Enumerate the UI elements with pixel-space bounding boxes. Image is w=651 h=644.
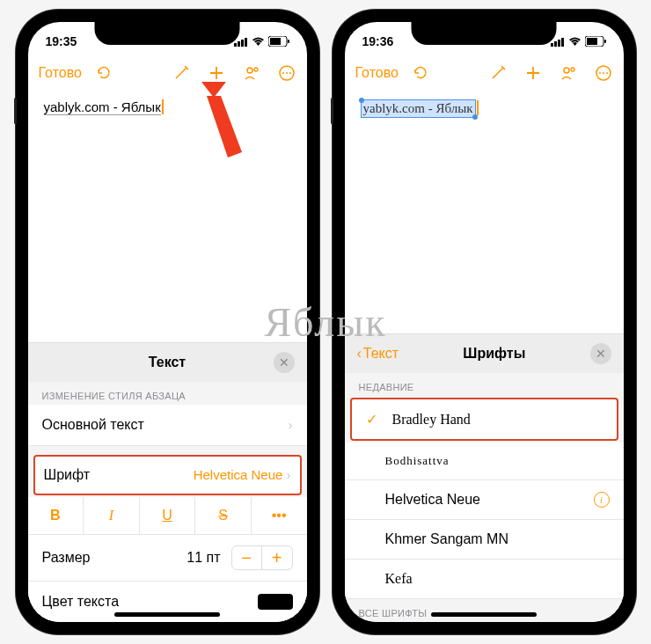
svg-point-11 <box>286 72 288 74</box>
plus-icon[interactable] <box>523 63 543 83</box>
font-name: Bradley Hand <box>392 412 471 428</box>
text-cursor <box>477 100 479 115</box>
battery-icon <box>585 36 606 47</box>
brush-icon[interactable] <box>488 63 508 83</box>
size-row: Размер 11 пт − + <box>28 535 307 582</box>
svg-point-8 <box>254 68 258 71</box>
chevron-right-icon: › <box>289 418 293 432</box>
note-text-selected[interactable]: yablyk.com - Яблык <box>361 99 476 118</box>
toolbar: Готово <box>28 54 307 92</box>
status-time: 19:35 <box>46 34 77 48</box>
font-item[interactable]: Bodhisattva <box>345 443 624 480</box>
selection-handle-left[interactable] <box>359 98 364 103</box>
bold-button[interactable]: B <box>28 497 84 534</box>
phone-right: 19:36 Готово <box>333 10 636 634</box>
svg-point-25 <box>599 72 601 74</box>
battery-icon <box>268 36 289 47</box>
color-swatch <box>258 594 293 610</box>
svg-rect-18 <box>561 38 564 47</box>
font-item-bradley-hand[interactable]: ✓ Bradley Hand <box>350 398 618 441</box>
checkmark-icon: ✓ <box>366 411 384 428</box>
size-stepper[interactable]: − + <box>231 545 293 570</box>
paragraph-style-value: Основной текст <box>42 417 144 433</box>
toolbar: Готово <box>345 54 624 92</box>
font-name: Kefa <box>385 571 413 587</box>
section-label: ИЗМЕНЕНИЕ СТИЛЯ АБЗАЦА <box>28 382 307 405</box>
panel-title: Шрифты <box>399 346 589 362</box>
fonts-panel: ‹Текст Шрифты ✕ НЕДАВНИЕ ✓ Bradley Hand <box>345 333 624 622</box>
home-indicator <box>114 612 220 617</box>
font-item-helvetica[interactable]: Helvetica Neue i <box>345 480 624 520</box>
svg-point-12 <box>289 72 291 74</box>
stepper-plus[interactable]: + <box>262 546 292 569</box>
home-indicator <box>431 612 537 617</box>
chevron-right-icon: › <box>287 468 291 482</box>
text-cursor <box>162 99 164 114</box>
phone-left: 19:35 Готово <box>16 10 319 634</box>
back-button[interactable]: ‹Текст <box>357 346 399 362</box>
wifi-icon <box>568 37 582 47</box>
panel-title: Текст <box>62 355 274 370</box>
text-panel: Текст ✕ ИЗМЕНЕНИЕ СТИЛЯ АБЗАЦА Основной … <box>28 342 307 622</box>
status-time: 19:36 <box>362 34 394 48</box>
svg-point-23 <box>571 68 574 71</box>
svg-point-26 <box>603 72 604 74</box>
svg-rect-3 <box>245 38 247 47</box>
strikethrough-button[interactable]: S <box>195 497 252 534</box>
paragraph-style-row[interactable]: Основной текст › <box>28 405 307 446</box>
svg-rect-17 <box>558 40 560 47</box>
font-value: Helvetica Neue <box>194 467 283 482</box>
notch <box>95 22 240 45</box>
svg-point-7 <box>247 68 252 73</box>
svg-rect-20 <box>587 38 597 45</box>
size-label: Размер <box>42 550 91 566</box>
font-item[interactable]: Khmer Sangam MN <box>345 520 624 560</box>
italic-button[interactable]: I <box>84 497 140 534</box>
font-row[interactable]: Шрифт Helvetica Neue › <box>33 455 302 495</box>
chevron-left-icon: ‹ <box>357 346 362 362</box>
plus-icon[interactable] <box>207 63 226 83</box>
font-name: Khmer Sangam MN <box>385 531 509 547</box>
collab-icon[interactable] <box>242 63 261 83</box>
text-color-label: Цвет текста <box>42 594 120 610</box>
undo-icon[interactable] <box>411 63 430 83</box>
font-name: Helvetica Neue <box>385 492 481 508</box>
note-text[interactable]: yablyk.com - Яблык <box>44 99 161 115</box>
done-button[interactable]: Готово <box>39 65 82 81</box>
stepper-minus[interactable]: − <box>232 546 262 569</box>
svg-rect-6 <box>288 40 289 43</box>
undo-icon[interactable] <box>94 63 113 83</box>
section-recent-label: НЕДАВНИЕ <box>345 373 624 396</box>
section-all-label: ВСЕ ШРИФТЫ <box>345 599 624 622</box>
svg-rect-0 <box>234 43 237 47</box>
svg-point-10 <box>282 72 284 74</box>
document-content[interactable]: yablyk.com - Яблык <box>28 92 307 122</box>
done-button[interactable]: Готово <box>355 65 399 81</box>
document-content[interactable]: yablyk.com - Яблык <box>345 92 624 125</box>
info-icon[interactable]: i <box>594 492 610 508</box>
selection-handle-right[interactable] <box>472 114 478 120</box>
svg-rect-2 <box>241 40 244 47</box>
font-label: Шрифт <box>44 467 91 483</box>
close-icon[interactable]: ✕ <box>590 343 611 364</box>
svg-point-22 <box>564 68 569 73</box>
more-styles-button[interactable]: ••• <box>252 497 307 534</box>
svg-rect-15 <box>551 43 553 47</box>
font-name: Bodhisattva <box>385 454 450 468</box>
close-icon[interactable]: ✕ <box>274 352 295 373</box>
text-style-buttons: B I U S ••• <box>28 497 307 535</box>
svg-rect-21 <box>604 40 606 43</box>
svg-rect-1 <box>238 41 240 47</box>
brush-icon[interactable] <box>172 63 191 83</box>
notch <box>412 22 557 45</box>
underline-button[interactable]: U <box>140 497 196 534</box>
svg-rect-16 <box>554 41 557 47</box>
collab-icon[interactable] <box>559 63 578 83</box>
svg-rect-5 <box>270 38 281 45</box>
svg-point-27 <box>606 72 608 74</box>
more-icon[interactable] <box>594 63 613 83</box>
wifi-icon <box>252 37 265 47</box>
font-item[interactable]: Kefa <box>345 560 624 599</box>
size-value: 11 пт <box>187 550 220 566</box>
more-icon[interactable] <box>277 63 296 83</box>
